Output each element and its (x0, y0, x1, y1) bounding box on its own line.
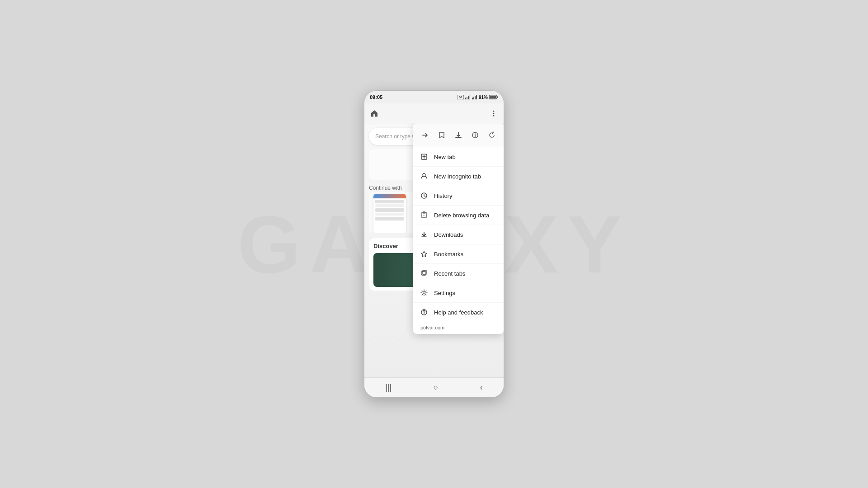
settings-icon (420, 288, 429, 297)
bookmarks-label: Bookmarks (434, 251, 463, 258)
menu-item-help-feedback[interactable]: Help and feedback (413, 303, 504, 322)
address-bar (364, 103, 504, 123)
svg-rect-5 (468, 96, 469, 99)
downloads-label: Downloads (434, 231, 463, 238)
incognito-icon (420, 172, 429, 181)
downloads-icon (420, 230, 429, 239)
signal-icon-2 (472, 95, 477, 99)
mute-icon (458, 95, 464, 99)
svg-point-36 (423, 292, 425, 294)
home-button[interactable] (368, 107, 381, 120)
recent-tabs-label: Recent tabs (434, 270, 465, 277)
toolbar-refresh-button[interactable] (485, 128, 499, 142)
battery-text: 91% (479, 95, 488, 100)
phone-frame: 09:05 91% (364, 90, 504, 398)
bookmarks-icon (420, 249, 429, 258)
svg-rect-7 (472, 98, 473, 99)
toolbar-bookmark-button[interactable] (434, 128, 449, 142)
svg-rect-9 (475, 96, 476, 99)
svg-rect-8 (473, 97, 474, 99)
history-label: History (434, 192, 452, 199)
svg-point-24 (422, 174, 423, 175)
svg-rect-10 (476, 95, 477, 99)
menu-item-delete-browsing[interactable]: Delete browsing data (413, 206, 504, 225)
status-bar: 09:05 91% (364, 91, 504, 103)
signal-icon-1 (465, 95, 471, 99)
status-time: 09:05 (370, 94, 382, 100)
menu-item-recent-tabs[interactable]: Recent tabs (413, 264, 504, 283)
delete-browsing-icon (420, 211, 429, 220)
new-tab-icon (420, 152, 429, 161)
footer-url-text: polvar.com (420, 325, 444, 330)
svg-rect-6 (469, 95, 470, 99)
menu-item-new-incognito[interactable]: New Incognito tab (413, 167, 504, 186)
dropdown-menu: New tab New Incognito tab History (413, 123, 504, 334)
svg-point-14 (493, 110, 495, 112)
menu-item-history[interactable]: History (413, 186, 504, 206)
toolbar-download-button[interactable] (451, 128, 466, 142)
svg-point-25 (425, 174, 426, 175)
browser-content: Search or type web address Continue with (364, 123, 504, 397)
toolbar-info-button[interactable] (468, 128, 482, 142)
svg-point-15 (493, 113, 495, 114)
svg-rect-4 (467, 97, 467, 99)
menu-item-new-tab[interactable]: New tab (413, 147, 504, 167)
dropdown-overlay: New tab New Incognito tab History (364, 123, 504, 397)
dropdown-toolbar (413, 123, 504, 147)
help-feedback-label: Help and feedback (434, 309, 483, 316)
menu-item-settings[interactable]: Settings (413, 283, 504, 303)
incognito-label: New Incognito tab (434, 173, 481, 180)
toolbar-forward-button[interactable] (418, 128, 432, 142)
history-icon (420, 191, 429, 200)
settings-label: Settings (434, 290, 455, 296)
svg-point-19 (475, 133, 476, 134)
menu-button[interactable] (487, 107, 500, 120)
svg-marker-33 (421, 251, 427, 257)
svg-rect-13 (490, 96, 496, 99)
svg-rect-12 (497, 96, 498, 98)
battery-icon (489, 95, 498, 99)
svg-rect-3 (465, 98, 466, 99)
svg-point-38 (424, 314, 424, 314)
new-tab-label: New tab (434, 154, 456, 160)
delete-browsing-label: Delete browsing data (434, 212, 489, 219)
menu-item-bookmarks[interactable]: Bookmarks (413, 244, 504, 264)
url-footer: polvar.com (416, 322, 501, 333)
recent-tabs-icon (420, 269, 429, 278)
menu-item-downloads[interactable]: Downloads (413, 225, 504, 244)
svg-point-16 (493, 115, 495, 116)
status-icons: 91% (458, 95, 498, 100)
help-icon (420, 308, 429, 317)
